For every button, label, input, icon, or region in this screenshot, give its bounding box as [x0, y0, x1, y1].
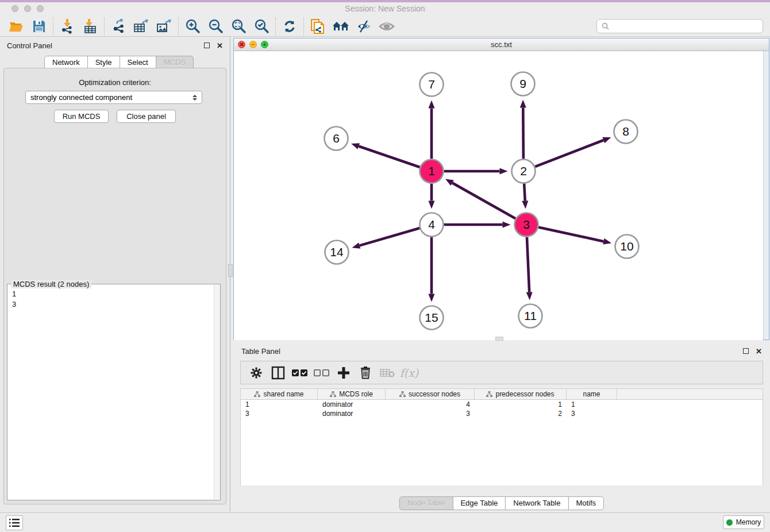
optimization-criterion-dropdown[interactable]: strongly connected component	[25, 91, 202, 104]
table-row[interactable]: 3dominator323	[241, 409, 763, 418]
network-graph[interactable]: 7968124314101511	[234, 51, 763, 340]
table-cell[interactable]: 2	[475, 409, 567, 418]
node-label-1: 1	[428, 164, 435, 178]
node-label-2: 2	[520, 164, 527, 178]
tab-edge-table[interactable]: Edge Table	[452, 496, 506, 510]
edge-2-8[interactable]	[535, 140, 603, 167]
dropdown-stepper-icon	[192, 95, 197, 101]
table-panel: Table Panel ✕	[233, 342, 770, 510]
float-panel-icon[interactable]	[204, 43, 210, 48]
network-window-title: scc.txt	[234, 40, 769, 49]
hide-graphics-details-icon[interactable]	[352, 17, 375, 36]
arrowhead-icon	[429, 101, 435, 109]
node-label-14: 14	[330, 245, 344, 259]
node-label-9: 9	[519, 77, 526, 90]
table-cell[interactable]: 1	[567, 400, 617, 409]
zoom-in-icon[interactable]	[181, 17, 204, 36]
edge-2-9[interactable]	[523, 107, 523, 159]
horizontal-splitter-handle[interactable]	[495, 337, 503, 341]
node-label-6: 6	[333, 132, 340, 145]
refresh-icon[interactable]	[278, 17, 301, 36]
table-cell[interactable]: 1	[475, 400, 567, 409]
table-cell[interactable]: 1	[241, 400, 318, 409]
import-network-icon[interactable]	[56, 17, 79, 36]
edge-3-11[interactable]	[527, 237, 529, 292]
network-canvas[interactable]: 7968124314101511	[234, 51, 763, 340]
table-cell[interactable]: 3	[386, 409, 475, 418]
add-column-icon[interactable]	[333, 364, 355, 382]
list-icon	[9, 518, 20, 527]
edge-3-1[interactable]	[452, 183, 515, 218]
node-table[interactable]: shared nameMCDS rolesuccessor nodesprede…	[240, 388, 763, 485]
network-scrollbar[interactable]	[763, 51, 769, 340]
node-label-11: 11	[524, 309, 537, 322]
panel-splitter-handle[interactable]	[228, 264, 233, 277]
export-image-icon[interactable]	[153, 17, 176, 36]
table-cell[interactable]: 3	[567, 409, 617, 418]
memory-button[interactable]: Memory	[723, 515, 764, 529]
table-cell[interactable]: dominator	[318, 409, 386, 418]
tab-network-table[interactable]: Network Table	[505, 496, 568, 510]
table-row[interactable]: 1dominator411	[241, 400, 763, 409]
edge-3-10[interactable]	[538, 228, 603, 242]
zoom-selected-icon[interactable]	[250, 17, 273, 36]
optimization-criterion-label: Optimization criterion:	[0, 78, 230, 87]
control-panel-title: Control Panel	[7, 41, 52, 50]
mcds-result-text: 13	[12, 289, 16, 310]
open-file-icon[interactable]	[5, 17, 28, 36]
close-panel-button[interactable]: Close panel	[117, 110, 176, 123]
zoom-fit-icon[interactable]	[227, 17, 250, 36]
new-network-from-selection-icon[interactable]	[306, 17, 329, 36]
result-scrollbar[interactable]	[214, 285, 220, 499]
home-icon[interactable]	[329, 17, 352, 36]
arrowhead-icon	[352, 242, 360, 249]
arrowhead-icon	[526, 292, 533, 300]
arrowhead-icon	[503, 222, 511, 228]
column-header-name[interactable]: name	[567, 389, 617, 399]
edge-2-3[interactable]	[524, 183, 525, 201]
table-cell[interactable]: 3	[241, 409, 318, 418]
search-input[interactable]	[613, 22, 758, 30]
zoom-out-icon[interactable]	[204, 17, 227, 36]
arrowhead-icon	[429, 201, 435, 209]
arrowhead-icon	[351, 143, 360, 149]
table-header-row: shared nameMCDS rolesuccessor nodesprede…	[241, 389, 763, 400]
close-panel-icon[interactable]: ✕	[217, 41, 223, 50]
network-window-titlebar[interactable]: ✕ − + scc.txt	[234, 38, 769, 51]
node-label-15: 15	[425, 311, 438, 324]
status-bar: Memory	[0, 512, 770, 532]
deselect-all-checkboxes-icon[interactable]	[311, 364, 333, 382]
table-float-panel-icon[interactable]	[743, 348, 749, 354]
save-session-icon[interactable]	[28, 17, 51, 36]
arrowhead-icon	[500, 168, 508, 175]
column-header-MCDS-role[interactable]: MCDS role	[318, 389, 386, 399]
tab-node-table[interactable]: Node Table	[399, 496, 453, 510]
column-header-shared-name[interactable]: shared name	[241, 389, 318, 399]
search-field[interactable]	[596, 19, 763, 33]
edge-4-14[interactable]	[360, 228, 420, 245]
column-header-successor-nodes[interactable]: successor nodes	[386, 389, 475, 399]
search-icon	[602, 22, 609, 30]
select-all-checkboxes-icon[interactable]	[289, 364, 311, 382]
arrowhead-icon	[603, 238, 611, 245]
mcds-result-title: MCDS result (2 nodes)	[11, 280, 91, 288]
import-table-icon[interactable]	[79, 17, 102, 36]
table-cell[interactable]: dominator	[318, 400, 386, 409]
delete-column-icon[interactable]	[355, 364, 376, 382]
export-table-icon[interactable]	[130, 17, 153, 36]
task-history-button[interactable]	[6, 515, 23, 530]
hierarchy-icon	[330, 391, 336, 397]
table-cell[interactable]: 4	[386, 400, 475, 409]
tab-motifs[interactable]: Motifs	[568, 496, 604, 510]
table-close-panel-icon[interactable]: ✕	[756, 347, 762, 356]
table-toolbar: f(x)	[240, 361, 763, 384]
column-header-predecessor-nodes[interactable]: predecessor nodes	[475, 389, 567, 399]
toggle-column-panel-icon[interactable]	[267, 364, 289, 382]
show-graphics-details-icon[interactable]	[375, 17, 398, 36]
run-mcds-button[interactable]: Run MCDS	[54, 110, 109, 123]
export-network-icon[interactable]	[107, 17, 130, 36]
settings-gear-icon[interactable]	[245, 364, 267, 382]
edge-1-6[interactable]	[359, 146, 419, 167]
delete-table-icon[interactable]	[376, 364, 398, 382]
function-builder-icon[interactable]: f(x)	[398, 364, 420, 382]
